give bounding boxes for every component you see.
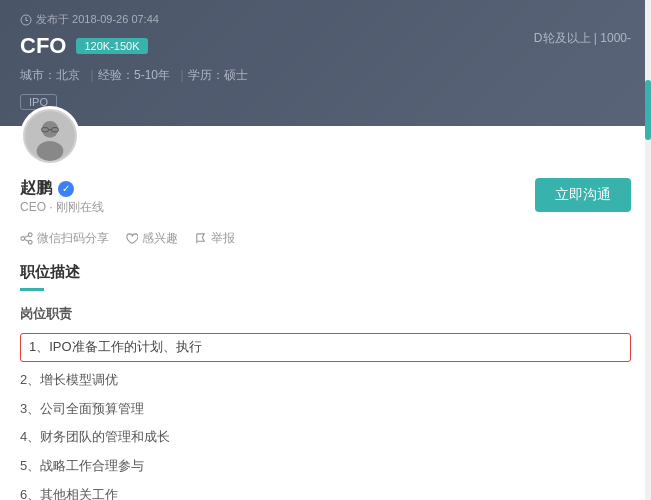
meta-sep-1: ｜ xyxy=(86,67,98,84)
section-title: 职位描述 xyxy=(20,263,631,282)
list-item: 2、增长模型调优 xyxy=(20,370,631,391)
flag-icon xyxy=(194,232,207,245)
right-meta: D轮及以上 | 1000- xyxy=(534,30,631,47)
subsection-title: 岗位职责 xyxy=(20,305,631,323)
clock-icon xyxy=(20,14,32,26)
user-role: CEO · 刚刚在线 xyxy=(20,199,535,216)
svg-line-12 xyxy=(25,236,29,238)
thanks-action[interactable]: 感兴趣 xyxy=(125,230,178,247)
contact-button[interactable]: 立即沟通 xyxy=(535,178,631,212)
thanks-label: 感兴趣 xyxy=(142,230,178,247)
svg-point-5 xyxy=(37,141,64,161)
svg-point-9 xyxy=(28,233,32,237)
report-action[interactable]: 举报 xyxy=(194,230,235,247)
meta-sep-2: ｜ xyxy=(176,67,188,84)
meta-city: 城市：北京 xyxy=(20,67,80,84)
scrollbar[interactable] xyxy=(645,0,651,500)
list-item: 1、IPO准备工作的计划、执行 xyxy=(20,333,631,362)
avatar-section xyxy=(20,126,631,166)
section-underline xyxy=(20,288,44,291)
meta-edu: 学历：硕士 xyxy=(188,67,248,84)
svg-point-11 xyxy=(28,240,32,244)
svg-line-13 xyxy=(25,239,29,241)
share-label: 微信扫码分享 xyxy=(37,230,109,247)
profile-left: 赵鹏 ✓ CEO · 刚刚在线 xyxy=(20,178,535,226)
salary-badge: 120K-150K xyxy=(76,38,147,54)
report-label: 举报 xyxy=(211,230,235,247)
job-duties-list: 1、IPO准备工作的计划、执行2、增长模型调优3、公司全面预算管理4、财务团队的… xyxy=(20,333,631,500)
action-row: 微信扫码分享 感兴趣 举报 xyxy=(20,230,631,247)
verified-icon: ✓ xyxy=(58,181,74,197)
user-name-section: 赵鹏 ✓ xyxy=(20,178,535,199)
list-item: 4、财务团队的管理和成长 xyxy=(20,427,631,448)
publish-time: 发布于 2018-09-26 07:44 xyxy=(20,12,631,27)
job-header: 发布于 2018-09-26 07:44 CFO 120K-150K 城市：北京… xyxy=(0,0,651,126)
share-icon xyxy=(20,232,33,245)
avatar xyxy=(20,106,80,166)
avatar-placeholder xyxy=(23,109,77,163)
svg-point-10 xyxy=(21,237,25,241)
scrollbar-thumb[interactable] xyxy=(645,80,651,140)
share-action[interactable]: 微信扫码分享 xyxy=(20,230,109,247)
meta-exp: 经验：5-10年 xyxy=(98,67,170,84)
job-meta: 城市：北京 ｜ 经验：5-10年 ｜ 学历：硕士 xyxy=(20,67,631,84)
list-item: 3、公司全面预算管理 xyxy=(20,399,631,420)
job-title: CFO xyxy=(20,33,66,59)
heart-icon xyxy=(125,232,138,245)
tag-row: IPO xyxy=(20,92,631,110)
list-item: 5、战略工作合理参与 xyxy=(20,456,631,477)
list-item: 6、其他相关工作 xyxy=(20,485,631,500)
user-profile-row: 赵鹏 ✓ CEO · 刚刚在线 立即沟通 xyxy=(20,178,631,226)
user-name: 赵鹏 xyxy=(20,178,52,199)
content-area: 赵鹏 ✓ CEO · 刚刚在线 立即沟通 微信扫码分享 感兴趣 xyxy=(0,126,651,500)
